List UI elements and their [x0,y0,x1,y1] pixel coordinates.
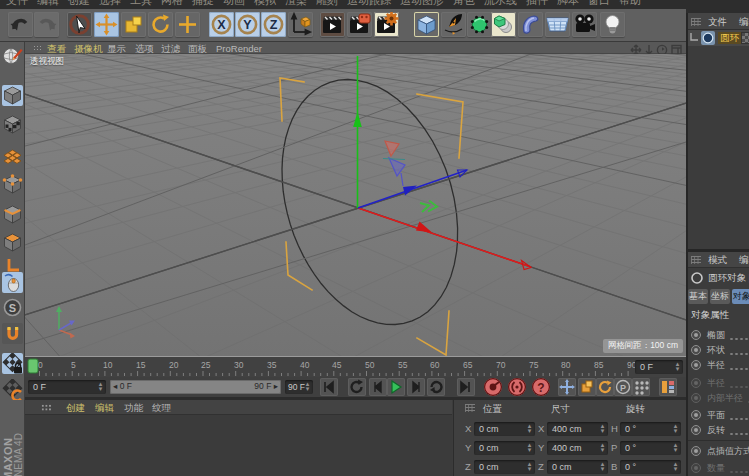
svg-text:55: 55 [398,360,408,370]
svg-text:75: 75 [529,360,539,370]
svg-text:15: 15 [136,360,146,370]
svg-text:65: 65 [463,360,473,370]
svg-text:Y: Y [243,18,252,32]
svg-text:85: 85 [594,360,604,370]
svg-text:X: X [217,18,226,32]
svg-text:P: P [620,383,626,393]
svg-text:10: 10 [103,360,113,370]
svg-text:Z: Z [270,18,278,32]
svg-text:5: 5 [71,360,76,370]
svg-text:60: 60 [430,360,440,370]
svg-text:80: 80 [561,360,571,370]
svg-text:25: 25 [201,360,211,370]
svg-text:0: 0 [38,360,43,370]
svg-text:?: ? [537,381,544,395]
svg-text:S: S [9,302,16,314]
svg-text:20: 20 [169,360,179,370]
svg-text:30: 30 [234,360,244,370]
svg-text:45: 45 [332,360,342,370]
svg-text:50: 50 [365,360,375,370]
svg-text:70: 70 [496,360,506,370]
svg-text:40: 40 [300,360,310,370]
svg-text:35: 35 [267,360,277,370]
